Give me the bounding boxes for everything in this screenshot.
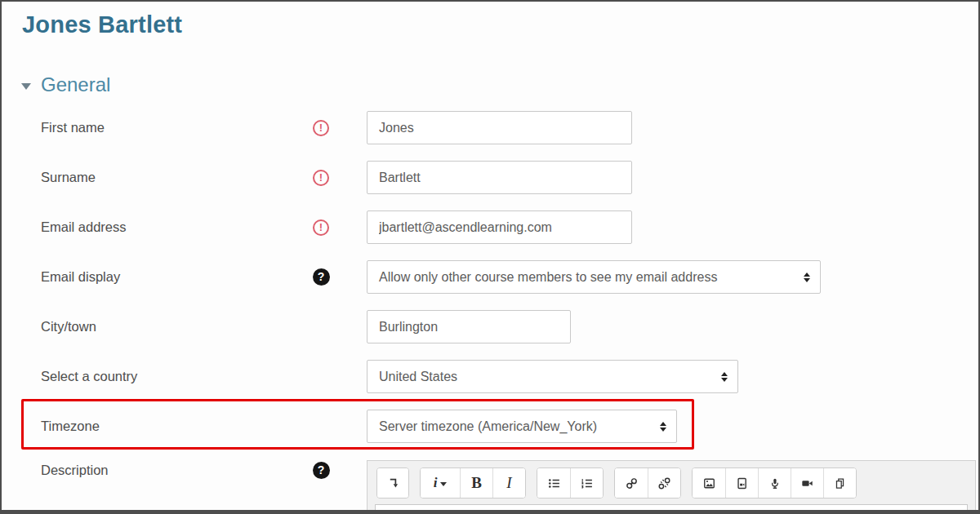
- italic-glyph: I: [506, 474, 511, 492]
- help-icon[interactable]: ?: [313, 268, 330, 286]
- form-row-country: Select a country United States: [2, 360, 980, 393]
- toggle-arrow-icon: [386, 476, 400, 490]
- section-title: General: [41, 73, 110, 96]
- styles-i-glyph: i: [434, 475, 438, 491]
- required-icon: !: [313, 219, 329, 236]
- first-name-input[interactable]: [367, 111, 632, 144]
- form-row-surname: Surname !: [2, 161, 980, 194]
- unordered-list-button[interactable]: [537, 468, 570, 498]
- editor-toolbar: i B I: [368, 461, 975, 498]
- bold-glyph: B: [471, 474, 482, 492]
- form-row-first-name: First name !: [2, 111, 980, 144]
- page-title: Jones Bartlett: [22, 11, 182, 38]
- insert-image-button[interactable]: [693, 468, 725, 498]
- link-button[interactable]: [615, 468, 648, 498]
- ordered-list-button[interactable]: [570, 468, 603, 498]
- dropdown-caret-icon: [440, 482, 447, 486]
- bullet-list-icon: [547, 476, 561, 490]
- bold-button[interactable]: B: [460, 468, 492, 498]
- country-select[interactable]: United States: [367, 360, 738, 393]
- paragraph-styles-button[interactable]: i: [421, 468, 460, 498]
- city-input[interactable]: [367, 310, 571, 343]
- timezone-select-value: Server timezone (America/New_York): [379, 419, 597, 434]
- city-label: City/town: [41, 310, 286, 343]
- form-row-email-display: Email display ? Allow only other course …: [2, 260, 980, 294]
- select-arrows-icon: [804, 273, 810, 282]
- country-label: Select a country: [41, 360, 286, 393]
- media-file-icon: [735, 476, 749, 490]
- select-arrows-icon: [721, 372, 728, 382]
- manage-files-icon: [833, 476, 847, 490]
- record-audio-button[interactable]: [758, 468, 791, 498]
- email-display-select[interactable]: Allow only other course members to see m…: [367, 260, 821, 294]
- timezone-label: Timezone: [41, 410, 286, 443]
- toolbar-toggle-button[interactable]: [377, 468, 408, 498]
- microphone-icon: [768, 476, 782, 490]
- form-row-email-address: Email address !: [2, 210, 980, 244]
- required-icon: !: [313, 170, 329, 186]
- unlink-icon: [657, 476, 671, 490]
- description-text-area[interactable]: [375, 504, 968, 514]
- description-label: Description: [41, 459, 286, 481]
- timezone-select[interactable]: Server timezone (America/New_York): [367, 410, 677, 443]
- country-select-value: United States: [379, 370, 457, 384]
- profile-edit-page: Jones Bartlett General First name ! Surn…: [0, 0, 980, 514]
- first-name-label: First name: [41, 111, 286, 144]
- numbered-list-icon: [580, 476, 594, 490]
- record-video-button[interactable]: [791, 468, 823, 498]
- section-header-general[interactable]: General: [21, 73, 110, 96]
- email-address-label: Email address: [41, 210, 286, 244]
- email-display-label: Email display: [41, 260, 286, 294]
- unlink-button[interactable]: [648, 468, 680, 498]
- insert-media-button[interactable]: [725, 468, 758, 498]
- email-address-input[interactable]: [367, 210, 632, 244]
- manage-files-button[interactable]: [823, 468, 856, 498]
- italic-button[interactable]: I: [492, 468, 525, 498]
- form-row-timezone: Timezone Server timezone (America/New_Yo…: [2, 410, 980, 443]
- select-arrows-icon: [660, 422, 666, 432]
- form-row-description: Description ?: [2, 459, 361, 481]
- collapse-caret-icon: [21, 83, 31, 90]
- surname-input[interactable]: [367, 161, 632, 194]
- image-icon: [702, 476, 716, 490]
- required-icon: !: [313, 120, 329, 136]
- link-icon: [625, 476, 639, 490]
- description-editor: i B I: [367, 460, 976, 514]
- email-display-select-value: Allow only other course members to see m…: [379, 270, 717, 285]
- video-camera-icon: [800, 476, 814, 490]
- surname-label: Surname: [41, 161, 286, 194]
- help-icon[interactable]: ?: [313, 462, 330, 479]
- form-row-city: City/town: [2, 310, 980, 343]
